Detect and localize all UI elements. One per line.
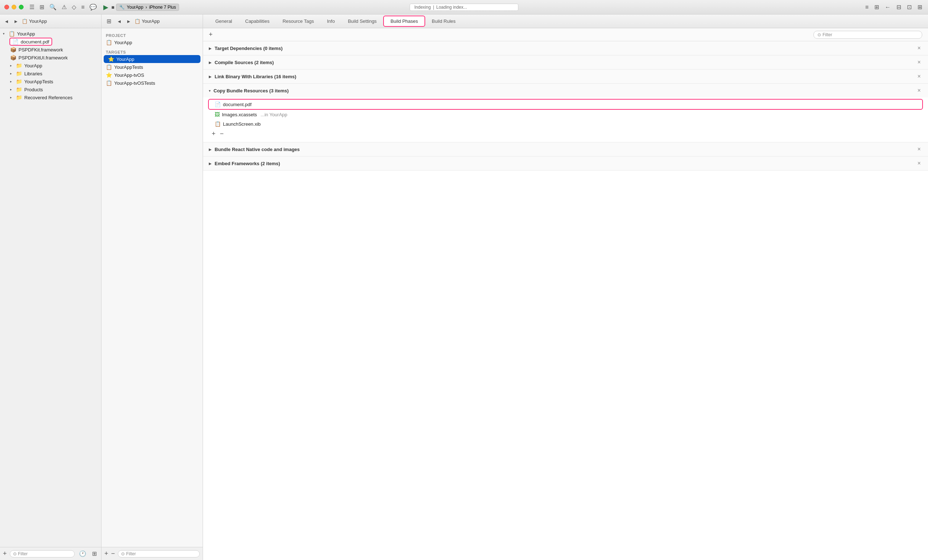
- phase-compile-sources-close-button[interactable]: ×: [916, 59, 922, 65]
- run-button[interactable]: ▶: [102, 3, 110, 12]
- tab-general[interactable]: General: [209, 16, 238, 26]
- tab-info[interactable]: Info: [321, 16, 342, 26]
- sidebar-item-yourapp-tests[interactable]: ▸ 📁 YourAppTests: [0, 78, 101, 85]
- phase-target-dependencies-header[interactable]: ▶ Target Dependencies (0 items) ×: [203, 41, 928, 55]
- folder-label-yourapp: YourApp: [24, 63, 42, 68]
- search-button[interactable]: 🔍: [48, 3, 58, 11]
- target-item-yourapp[interactable]: ⭐ YourApp: [104, 55, 200, 63]
- phase-copy-bundle-resources-close-button[interactable]: ×: [916, 87, 922, 94]
- scheme-manager-button[interactable]: ⊞: [38, 3, 46, 11]
- middle-bottom: + − ⊙ Filter: [102, 547, 203, 560]
- maximize-button[interactable]: [19, 5, 24, 9]
- sidebar-toggle-button[interactable]: ☰: [28, 3, 36, 11]
- tests-arrow-icon: ▸: [10, 80, 14, 83]
- phase-copy-bundle-resources-title: Copy Bundle Resources (3 items): [214, 88, 913, 93]
- scheme-selector[interactable]: 🔧 YourApp › iPhone 7 Plus: [116, 4, 179, 11]
- middle-remove-button[interactable]: −: [111, 550, 115, 557]
- middle-add-button[interactable]: +: [104, 550, 108, 557]
- nav-back-button[interactable]: ←: [884, 3, 892, 11]
- phase-compile-sources: ▶ Compile Sources (2 items) ×: [203, 55, 928, 70]
- sidebar-clock-button[interactable]: 🕐: [78, 549, 88, 558]
- middle-filter[interactable]: ⊙ Filter: [118, 550, 200, 557]
- bundle-item-images-xcassets[interactable]: 🖼 Images.xcassets ...in YourApp: [203, 110, 928, 119]
- sidebar-nav-forward[interactable]: ▸: [12, 17, 20, 25]
- close-button[interactable]: [5, 5, 9, 9]
- layout-list-button[interactable]: ≡: [864, 3, 870, 11]
- target-item-yourapp-tvos-tests[interactable]: 📋 YourApp-tvOSTests: [102, 79, 203, 87]
- middle-nav-forward[interactable]: ▸: [125, 17, 132, 25]
- phase-embed-frameworks-header[interactable]: ▶ Embed Frameworks (2 items) ×: [203, 157, 928, 170]
- sidebar-title: 📋 YourApp: [22, 18, 47, 24]
- sidebar-add-button[interactable]: +: [3, 550, 7, 557]
- scheme-name: YourApp: [127, 5, 143, 10]
- split-view-button[interactable]: ⊟: [895, 3, 903, 11]
- bookmark-button[interactable]: ◇: [70, 3, 78, 11]
- sidebar-item-pspdfkitui-framework[interactable]: 📦 PSPDFKitUI.framework: [0, 53, 101, 62]
- middle-view-grid[interactable]: ⊞: [104, 17, 113, 25]
- phase-arrow-icon: ▶: [209, 46, 212, 50]
- sidebar-root-item[interactable]: ▾ 📋 YourApp: [0, 30, 101, 38]
- target-item-yourapp-tvos[interactable]: ⭐ YourApp-tvOS: [102, 71, 203, 79]
- tab-build-rules[interactable]: Build Rules: [425, 16, 462, 26]
- content-add-button[interactable]: +: [209, 31, 213, 38]
- panel-toggle-button[interactable]: ⊡: [905, 3, 913, 11]
- phase-embed-frameworks-close-button[interactable]: ×: [916, 160, 922, 167]
- folder-icon-yourapp: 📁: [16, 63, 22, 68]
- bundle-item-document-pdf[interactable]: 📄 document.pdf: [209, 100, 922, 109]
- sidebar-toolbar: ◂ ▸ 📋 YourApp: [0, 14, 101, 28]
- content-toolbar: + ⊙ Filter: [203, 28, 928, 41]
- project-item-yourapp[interactable]: 📋 YourApp: [102, 38, 203, 46]
- warning-button[interactable]: ⚠: [60, 3, 68, 11]
- breakpoint-button[interactable]: ≡: [80, 3, 86, 11]
- titlebar: ☰ ⊞ 🔍 ⚠ ◇ ≡ 💬 ▶ ■ 🔧 YourApp › iPhone 7 P…: [0, 0, 928, 14]
- bundle-item-launchscreen[interactable]: 📋 LaunchScreen.xib: [203, 119, 928, 129]
- content-filter[interactable]: ⊙ Filter: [814, 31, 922, 39]
- middle-nav-back[interactable]: ◂: [116, 17, 123, 25]
- debug-button[interactable]: 💬: [88, 3, 98, 11]
- target-tvos-icon: ⭐: [106, 72, 112, 78]
- phase-compile-sources-header[interactable]: ▶ Compile Sources (2 items) ×: [203, 55, 928, 69]
- sidebar-item-document-pdf[interactable]: 📄 document.pdf: [0, 38, 101, 46]
- inspector-button[interactable]: ⊞: [916, 3, 923, 11]
- bundle-add-button[interactable]: +: [212, 130, 216, 138]
- phase-target-dependencies-close-button[interactable]: ×: [916, 45, 922, 52]
- sidebar-nav-back[interactable]: ◂: [3, 17, 10, 25]
- sidebar-item-yourapp-folder[interactable]: ▸ 📁 YourApp: [0, 62, 101, 70]
- sidebar-item-recovered-refs[interactable]: ▸ 📁 Recovered References: [0, 93, 101, 101]
- folder-icon-tests: 📁: [16, 79, 22, 84]
- phase-bundle-react-native-header[interactable]: ▶ Bundle React Native code and images ×: [203, 142, 928, 156]
- separator: |: [433, 5, 434, 10]
- target-tests-icon: 📋: [106, 64, 112, 70]
- compile-arrow-icon: ▶: [209, 61, 212, 64]
- phase-react-native-close-button[interactable]: ×: [916, 146, 922, 152]
- tab-resource-tags[interactable]: Resource Tags: [276, 16, 320, 26]
- tab-build-phases[interactable]: Build Phases: [383, 15, 425, 27]
- sidebar-tree: ▾ 📋 YourApp 📄 document.pdf 📦 PSPDFKit.fr…: [0, 28, 101, 547]
- indexing-bar: Indexing | Loading index...: [410, 4, 518, 11]
- middle-title-icon: 📋: [134, 18, 140, 24]
- stop-button[interactable]: ■: [110, 4, 116, 11]
- sidebar-grid-button[interactable]: ⊞: [91, 549, 98, 558]
- layout-grid-button[interactable]: ⊞: [873, 3, 881, 11]
- doc-label: document.pdf: [21, 39, 49, 44]
- tab-build-settings[interactable]: Build Settings: [342, 16, 383, 26]
- sidebar-filter[interactable]: ⊙ Filter: [10, 550, 75, 557]
- sidebar-item-libraries[interactable]: ▸ 📁 Libraries: [0, 70, 101, 78]
- middle-title: 📋 YourApp: [134, 18, 160, 24]
- sidebar-item-pspdfkit-framework[interactable]: 📦 PSPDFKit.framework: [0, 46, 101, 53]
- images-icon: 🖼: [215, 111, 220, 117]
- targets-section-header: TARGETS: [102, 46, 203, 55]
- folder-label-recovered: Recovered References: [24, 95, 72, 100]
- bundle-remove-button[interactable]: −: [220, 130, 224, 138]
- phase-link-binary-close-button[interactable]: ×: [916, 73, 922, 80]
- phase-copy-bundle-resources-header[interactable]: ▾ Copy Bundle Resources (3 items) ×: [203, 84, 928, 97]
- target-item-yourapp-tests[interactable]: 📋 YourAppTests: [102, 63, 203, 71]
- phase-link-binary-header[interactable]: ▶ Link Binary With Libraries (16 items) …: [203, 70, 928, 83]
- root-app-icon: 📋: [9, 31, 15, 37]
- filter-icon: ⊙: [13, 551, 17, 556]
- bundle-item-doc-label: document.pdf: [223, 102, 252, 107]
- minimize-button[interactable]: [12, 5, 16, 9]
- tab-capabilities[interactable]: Capabilities: [238, 16, 276, 26]
- sidebar-item-products[interactable]: ▸ 📁 Products: [0, 85, 101, 93]
- target-tvos-tests-label: YourApp-tvOSTests: [114, 81, 155, 86]
